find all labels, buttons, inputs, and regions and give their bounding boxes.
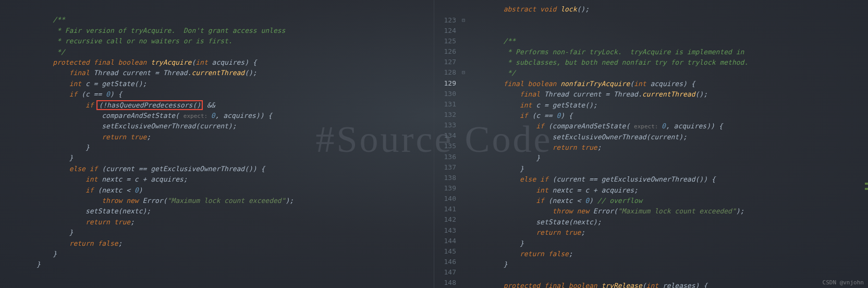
gutter-right: 123⊟124125126127128⊟12913013113213313413… (438, 4, 471, 288)
code-line[interactable]: if (!hasQueuedPredecessors() && (36, 100, 434, 111)
code-line[interactable]: setExclusiveOwnerThread(current); (471, 132, 868, 142)
code-line[interactable]: setState(nextc); (36, 206, 434, 217)
code-line[interactable]: * Fair version of tryAcquire. Don't gran… (36, 26, 434, 36)
code-line[interactable]: throw new Error("Maximum lock count exce… (36, 196, 434, 206)
code-line[interactable] (36, 4, 434, 15)
code-line[interactable]: int nextc = c + acquires; (471, 185, 868, 196)
code-line[interactable]: else if (current == getExclusiveOwnerThr… (36, 164, 434, 174)
code-line[interactable]: } (36, 259, 434, 270)
code-line[interactable]: final Thread current = Thread.currentThr… (471, 89, 868, 100)
code-line[interactable]: return true; (471, 142, 868, 153)
editor-pane-left[interactable]: /** * Fair version of tryAcquire. Don't … (0, 0, 434, 288)
code-line[interactable]: } (471, 164, 868, 174)
code-line[interactable]: return true; (36, 132, 434, 142)
code-line[interactable]: compareAndSetState( expect: 0, acquires)… (36, 111, 434, 121)
code-line[interactable] (471, 26, 868, 36)
code-line[interactable]: if (c == 0) { (36, 89, 434, 100)
diff-marker (865, 183, 868, 185)
code-line[interactable]: */ (36, 47, 434, 57)
code-line[interactable]: } (36, 249, 434, 259)
code-line[interactable]: /** (471, 36, 868, 46)
code-line[interactable]: return false; (471, 249, 868, 259)
code-line[interactable]: return true; (36, 217, 434, 227)
code-line[interactable]: protected final boolean tryRelease(int r… (471, 281, 868, 288)
code-line[interactable]: final boolean nonfairTryAcquire(int acqu… (471, 79, 868, 89)
diff-marker (865, 188, 868, 190)
code-line[interactable]: setState(nextc); (471, 217, 868, 227)
code-line[interactable] (471, 15, 868, 25)
code-line[interactable] (471, 270, 868, 281)
code-line[interactable]: */ (471, 68, 868, 78)
code-line[interactable]: * Performs non-fair tryLock. tryAcquire … (471, 47, 868, 57)
code-line[interactable]: int nextc = c + acquires; (36, 174, 434, 185)
editor-pane-right[interactable]: 123⊟124125126127128⊟12913013113213313413… (434, 0, 868, 288)
code-line[interactable]: setExclusiveOwnerThread(current); (36, 121, 434, 131)
code-line[interactable]: if (compareAndSetState( expect: 0, acqui… (471, 121, 868, 131)
code-line[interactable]: /** (36, 15, 434, 25)
code-line[interactable]: final Thread current = Thread.currentThr… (36, 68, 434, 78)
code-line[interactable]: } (471, 238, 868, 249)
code-line[interactable]: throw new Error("Maximum lock count exce… (471, 206, 868, 217)
code-line[interactable]: int c = getState(); (36, 79, 434, 89)
code-line[interactable]: } (36, 153, 434, 163)
code-line[interactable]: if (nextc < 0) (36, 185, 434, 196)
code-line[interactable]: return true; (471, 227, 868, 238)
code-line[interactable]: * subclasses, but both need nonfair try … (471, 57, 868, 68)
code-area-left[interactable]: /** * Fair version of tryAcquire. Don't … (36, 4, 434, 288)
code-line[interactable]: } (471, 153, 868, 163)
code-line[interactable]: * recursive call or no waiters or is fir… (36, 36, 434, 46)
code-line[interactable]: if (c == 0) { (471, 111, 868, 121)
code-line[interactable]: } (36, 227, 434, 238)
credit-watermark: CSDN @vnjohn (823, 279, 864, 286)
code-line[interactable]: int c = getState(); (471, 100, 868, 111)
code-line[interactable]: abstract void lock(); (471, 4, 868, 15)
code-line[interactable]: } (36, 142, 434, 153)
code-area-right[interactable]: abstract void lock(); /** * Performs non… (471, 4, 868, 288)
code-line[interactable]: return false; (36, 238, 434, 249)
gutter-left (4, 4, 36, 288)
code-line[interactable]: if (nextc < 0) // overflow (471, 196, 868, 206)
code-line[interactable]: protected final boolean tryAcquire(int a… (36, 57, 434, 68)
code-line[interactable]: else if (current == getExclusiveOwnerThr… (471, 174, 868, 185)
code-line[interactable]: } (471, 259, 868, 270)
